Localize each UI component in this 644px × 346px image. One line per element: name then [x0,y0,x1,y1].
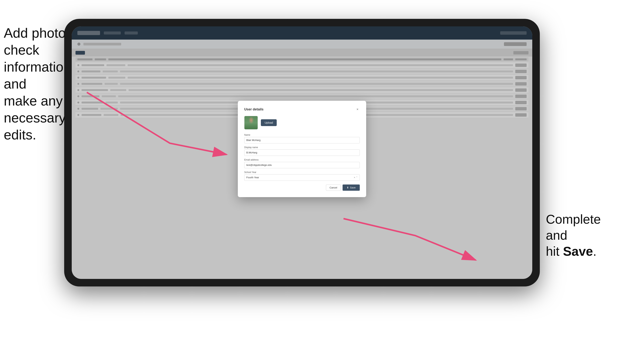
cancel-button[interactable]: Cancel [326,184,341,191]
modal-footer: Cancel ⬆ Save [244,184,360,191]
save-label: Save [350,186,356,189]
modal-overlay: User details × Upload Name [72,26,532,279]
save-icon: ⬆ [347,186,349,189]
display-name-label: Display name [244,146,360,149]
name-input[interactable] [244,137,360,143]
modal-close-button[interactable]: × [355,107,360,112]
display-name-field-group: Display name [244,146,360,156]
page-root: Add photo, check information and make an… [0,0,644,346]
modal-header: User details × [244,107,360,112]
chevron-down-icon[interactable]: ⌃ [356,176,358,179]
email-field-group: Email address [244,159,360,168]
name-label: Name [244,134,360,136]
school-year-select[interactable]: Fourth Year × ⌃ [244,174,360,181]
email-input[interactable] [244,162,360,168]
school-year-value: Fourth Year [246,176,259,179]
tablet-screen: User details × Upload Name [72,26,532,279]
select-controls: × ⌃ [354,176,358,179]
clear-icon[interactable]: × [354,176,355,179]
modal-title: User details [244,107,264,111]
name-field-group: Name [244,134,360,143]
save-button[interactable]: ⬆ Save [342,184,360,191]
email-label: Email address [244,159,360,161]
annotation-right: Complete and hit Save. [546,211,625,259]
avatar [244,116,258,130]
school-year-label: School Year [244,171,360,173]
display-name-input[interactable] [244,150,360,156]
photo-section: Upload [244,116,360,130]
modal-dialog: User details × Upload Name [238,101,366,197]
tablet-device: User details × Upload Name [64,19,540,286]
upload-button[interactable]: Upload [261,119,277,126]
school-year-field-group: School Year Fourth Year × ⌃ [244,171,360,181]
